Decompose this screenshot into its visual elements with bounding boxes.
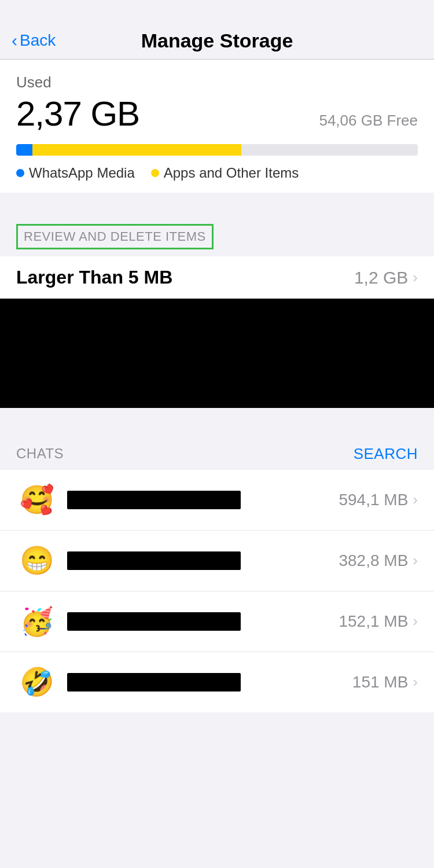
- apps-dot-icon: [151, 169, 159, 177]
- chat-size: 152,1 MB: [339, 612, 408, 631]
- chat-name-redacted: [67, 551, 241, 570]
- larger-than-size: 1,2 GB: [354, 268, 408, 288]
- storage-progress-bar: [16, 144, 418, 156]
- thumbnail-1: [0, 301, 107, 408]
- thumbnail-4: [328, 301, 435, 408]
- storage-row: 2,37 GB 54,06 GB Free: [16, 94, 418, 134]
- review-label: REVIEW AND DELETE ITEMS: [16, 224, 214, 249]
- avatar: 🥰: [16, 479, 58, 521]
- whatsapp-dot-icon: [16, 169, 24, 177]
- chat-chevron-icon: ›: [413, 673, 418, 691]
- chat-size-row: 151 MB ›: [352, 673, 418, 692]
- back-chevron-icon: ‹: [12, 32, 17, 49]
- chat-chevron-icon: ›: [413, 551, 418, 569]
- chat-size-row: 594,1 MB ›: [339, 491, 418, 509]
- storage-legend: WhatsApp Media Apps and Other Items: [16, 165, 418, 181]
- review-header: REVIEW AND DELETE ITEMS: [0, 214, 434, 256]
- page-title: Manage Storage: [141, 30, 293, 52]
- section-gap-1: [0, 193, 434, 214]
- chat-item[interactable]: 🥳 152,1 MB ›: [0, 591, 434, 652]
- header: ‹ Back Manage Storage: [0, 0, 434, 59]
- chat-chevron-icon: ›: [413, 491, 418, 509]
- avatar: 🥳: [16, 601, 58, 642]
- larger-than-size-row: 1,2 GB ›: [354, 268, 418, 288]
- chat-info: [67, 491, 339, 509]
- legend-whatsapp-label: WhatsApp Media: [29, 165, 135, 181]
- larger-than-item[interactable]: Larger Than 5 MB 1,2 GB ›: [0, 256, 434, 299]
- chat-size: 382,8 MB: [339, 551, 408, 570]
- avatar: 🤣: [16, 661, 58, 703]
- chat-name-redacted: [67, 673, 241, 692]
- chat-size: 594,1 MB: [339, 491, 408, 509]
- chat-info: [67, 673, 352, 692]
- larger-than-label: Larger Than 5 MB: [16, 267, 172, 288]
- thumbnail-2: [109, 301, 216, 408]
- chats-section-label: CHATS: [16, 446, 64, 462]
- chats-header: CHATS SEARCH: [0, 429, 434, 470]
- larger-than-chevron-icon: ›: [413, 269, 418, 286]
- chat-info: [67, 551, 339, 570]
- back-label: Back: [20, 31, 56, 50]
- chat-size-row: 382,8 MB ›: [339, 551, 418, 570]
- chat-size-row: 152,1 MB ›: [339, 612, 418, 631]
- chat-item[interactable]: 🥰 594,1 MB ›: [0, 470, 434, 531]
- whatsapp-progress: [16, 144, 32, 156]
- chat-list: 🥰 594,1 MB › 😁 382,8 MB › 🥳 152,1 MB › 🤣: [0, 470, 434, 712]
- legend-apps-label: Apps and Other Items: [164, 165, 299, 181]
- thumbnail-3: [218, 301, 325, 408]
- used-amount: 2,37 GB: [16, 94, 139, 134]
- chat-chevron-icon: ›: [413, 612, 418, 630]
- legend-apps: Apps and Other Items: [151, 165, 299, 181]
- thumbnails-row: [0, 299, 434, 408]
- back-button[interactable]: ‹ Back: [12, 31, 56, 50]
- free-amount: 54,06 GB Free: [319, 112, 418, 130]
- review-section: REVIEW AND DELETE ITEMS Larger Than 5 MB…: [0, 214, 434, 408]
- chat-name-redacted: [67, 491, 241, 509]
- used-label: Used: [16, 73, 418, 91]
- chat-name-redacted: [67, 612, 241, 631]
- avatar: 😁: [16, 540, 58, 582]
- legend-whatsapp: WhatsApp Media: [16, 165, 135, 181]
- apps-progress: [32, 144, 241, 156]
- storage-section: Used 2,37 GB 54,06 GB Free WhatsApp Medi…: [0, 60, 434, 193]
- chat-item[interactable]: 🤣 151 MB ›: [0, 652, 434, 712]
- chat-item[interactable]: 😁 382,8 MB ›: [0, 531, 434, 591]
- search-button[interactable]: SEARCH: [354, 445, 418, 463]
- chat-info: [67, 612, 339, 631]
- chat-size: 151 MB: [352, 673, 409, 692]
- section-gap-2: [0, 408, 434, 429]
